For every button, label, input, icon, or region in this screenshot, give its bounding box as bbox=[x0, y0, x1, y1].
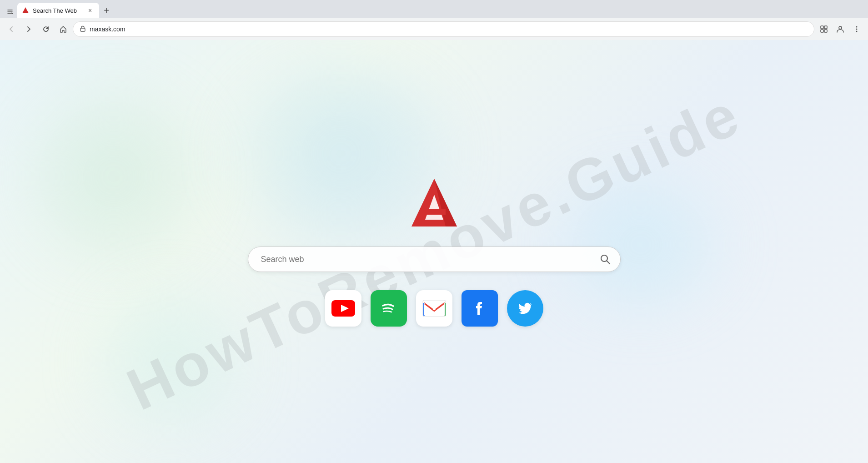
youtube-icon bbox=[325, 290, 361, 327]
svg-point-10 bbox=[856, 29, 858, 30]
logo-container bbox=[409, 176, 459, 233]
svg-rect-7 bbox=[824, 30, 827, 32]
svg-line-17 bbox=[607, 261, 610, 264]
twitter-svg bbox=[513, 297, 537, 320]
tab-close-button[interactable]: × bbox=[85, 6, 95, 15]
reload-icon bbox=[42, 25, 50, 33]
browser-chrome: Search The Web × + bbox=[0, 0, 868, 40]
svg-rect-4 bbox=[821, 26, 823, 29]
tab-title: Search The Web bbox=[33, 7, 82, 14]
home-button[interactable] bbox=[55, 21, 71, 37]
svg-rect-2 bbox=[24, 11, 28, 12]
security-icon bbox=[80, 25, 86, 32]
profile-icon bbox=[836, 25, 844, 33]
quick-link-twitter[interactable] bbox=[507, 290, 543, 327]
address-bar[interactable]: maxask.com bbox=[73, 21, 814, 37]
page-content: HowToRemove.Guide bbox=[0, 40, 868, 463]
nav-bar: maxask.com bbox=[0, 18, 868, 40]
youtube-svg bbox=[331, 300, 355, 317]
search-input[interactable] bbox=[248, 247, 621, 272]
quick-link-facebook[interactable] bbox=[462, 290, 498, 327]
url-text: maxask.com bbox=[90, 25, 125, 33]
svg-point-9 bbox=[856, 26, 858, 28]
quick-links bbox=[325, 290, 543, 327]
browser-actions bbox=[816, 21, 864, 37]
gmail-icon bbox=[416, 290, 452, 327]
home-icon bbox=[59, 25, 67, 33]
quick-link-youtube[interactable] bbox=[325, 290, 361, 327]
main-content bbox=[0, 40, 868, 463]
spotify-svg bbox=[377, 297, 401, 320]
tab-bar: Search The Web × + bbox=[0, 0, 868, 18]
search-button[interactable] bbox=[597, 251, 613, 267]
chevron-down-icon bbox=[7, 10, 13, 14]
svg-rect-3 bbox=[80, 28, 85, 31]
lock-icon bbox=[80, 25, 86, 33]
search-icon bbox=[600, 254, 611, 265]
dots-icon bbox=[853, 25, 861, 33]
svg-point-11 bbox=[856, 31, 858, 32]
profile-button[interactable] bbox=[833, 21, 848, 37]
spotify-icon bbox=[371, 290, 407, 327]
reload-button[interactable] bbox=[38, 21, 54, 37]
search-bar-container bbox=[248, 247, 621, 272]
svg-rect-15 bbox=[423, 209, 446, 215]
gmail-svg bbox=[422, 299, 447, 317]
back-icon bbox=[7, 25, 15, 33]
maxask-logo bbox=[409, 176, 459, 231]
quick-link-gmail[interactable] bbox=[416, 290, 452, 327]
svg-rect-6 bbox=[821, 30, 823, 32]
tab-favicon bbox=[22, 7, 29, 14]
quick-link-spotify[interactable] bbox=[371, 290, 407, 327]
back-button[interactable] bbox=[4, 21, 19, 37]
menu-button[interactable] bbox=[849, 21, 864, 37]
facebook-icon bbox=[462, 290, 498, 327]
extensions-button[interactable] bbox=[816, 21, 832, 37]
forward-button[interactable] bbox=[21, 21, 36, 37]
new-tab-button[interactable]: + bbox=[100, 4, 113, 17]
active-tab[interactable]: Search The Web × bbox=[17, 3, 99, 18]
puzzle-icon bbox=[820, 25, 828, 33]
forward-icon bbox=[25, 25, 33, 33]
tab-list-button[interactable] bbox=[4, 5, 16, 18]
svg-rect-5 bbox=[824, 26, 827, 29]
twitter-icon bbox=[507, 290, 543, 327]
svg-point-8 bbox=[839, 26, 842, 29]
facebook-svg bbox=[468, 297, 492, 320]
